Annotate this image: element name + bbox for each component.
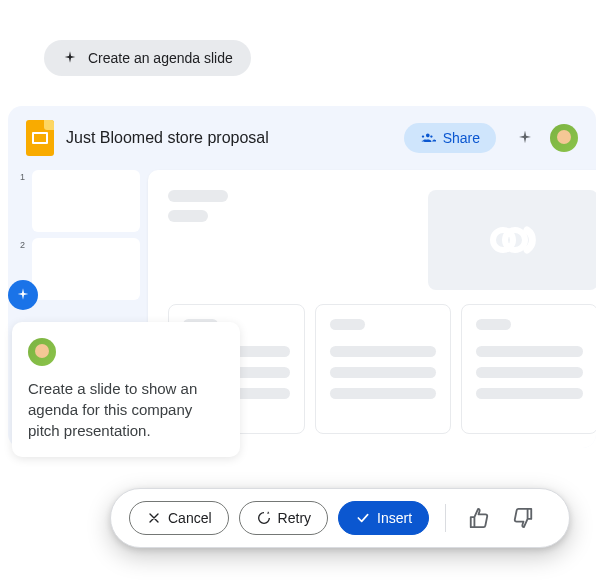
skeleton-text	[476, 367, 583, 378]
avatar[interactable]	[550, 124, 578, 152]
close-icon	[146, 510, 162, 526]
thumbnail-row[interactable]: 1	[20, 170, 140, 232]
prompt-text: Create a slide to show an agenda for thi…	[28, 378, 224, 441]
action-bar: Cancel Retry Insert	[110, 488, 570, 548]
thumbnail-number: 1	[20, 170, 28, 182]
share-button[interactable]: Share	[404, 123, 496, 153]
refresh-icon	[256, 510, 272, 526]
skeleton-text	[330, 388, 437, 399]
slides-logo-icon	[26, 120, 54, 156]
share-label: Share	[443, 130, 480, 146]
prompt-card: Create a slide to show an agenda for thi…	[12, 322, 240, 457]
suggestion-pill[interactable]: Create an agenda slide	[44, 40, 251, 76]
document-title[interactable]: Just Bloomed store proposal	[66, 129, 392, 147]
skeleton-text	[476, 319, 511, 330]
avatar	[28, 338, 56, 366]
thumbs-up-button[interactable]	[462, 501, 496, 535]
sparkle-icon[interactable]	[516, 129, 534, 147]
app-header: Just Bloomed store proposal Share	[8, 106, 596, 170]
thumbnail-panel: 1 2	[20, 170, 140, 300]
skeleton-text	[330, 367, 437, 378]
people-icon	[420, 130, 436, 146]
insert-label: Insert	[377, 510, 412, 526]
skeleton-text	[168, 210, 208, 222]
thumbs-up-icon	[468, 507, 490, 529]
content-cell	[461, 304, 596, 434]
canvas-area	[148, 170, 596, 300]
cancel-label: Cancel	[168, 510, 212, 526]
slide-thumbnail[interactable]	[32, 170, 140, 232]
sparkle-icon	[62, 50, 78, 66]
skeleton-text	[476, 346, 583, 357]
app-body: 1 2	[8, 170, 596, 300]
skeleton-text	[330, 346, 437, 357]
retry-label: Retry	[278, 510, 311, 526]
skeleton-text	[330, 319, 365, 330]
slide-thumbnail[interactable]	[32, 238, 140, 300]
insert-button[interactable]: Insert	[338, 501, 429, 535]
retry-button[interactable]: Retry	[239, 501, 328, 535]
check-icon	[355, 510, 371, 526]
thumbnail-row[interactable]: 2	[20, 238, 140, 300]
cancel-button[interactable]: Cancel	[129, 501, 229, 535]
thumbnail-number: 2	[20, 238, 28, 250]
thumbs-down-button[interactable]	[506, 501, 540, 535]
divider	[445, 504, 446, 532]
skeleton-text	[168, 190, 228, 202]
thumbs-down-icon	[512, 507, 534, 529]
image-placeholder	[428, 190, 596, 290]
content-cell	[315, 304, 452, 434]
skeleton-text	[476, 388, 583, 399]
logo-placeholder-icon	[483, 220, 543, 260]
ai-badge-icon[interactable]	[8, 280, 38, 310]
suggestion-label: Create an agenda slide	[88, 50, 233, 66]
